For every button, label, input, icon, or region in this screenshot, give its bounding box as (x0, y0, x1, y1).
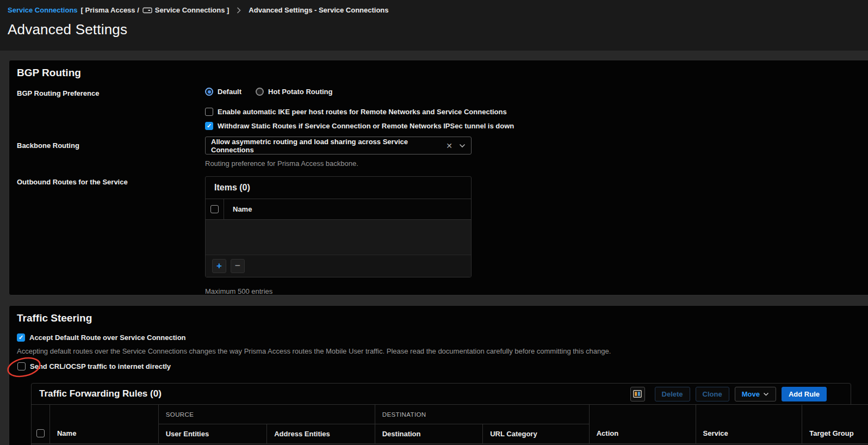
remove-item-button[interactable]: − (231, 259, 245, 273)
items-table: Items (0) Name + − (205, 176, 472, 277)
chevron-down-icon[interactable] (459, 144, 466, 148)
column-header-address-entities: Address Entities (266, 424, 375, 443)
page-header: Service Connections [ Prisma Access / Se… (0, 0, 868, 51)
add-item-button[interactable]: + (212, 259, 226, 273)
service-connection-icon (142, 7, 152, 14)
breadcrumb-chevron-icon (237, 7, 241, 14)
column-header-destination: Destination (375, 424, 483, 443)
page-title: Advanced Settings (8, 21, 868, 38)
rules-table: Name SOURCE User Entities Address Entiti… (31, 404, 868, 445)
source-group-header: SOURCE (159, 405, 375, 424)
crl-ocsp-row[interactable]: Send CRL/OCSP traffic to internet direct… (17, 362, 868, 370)
clone-button[interactable]: Clone (696, 387, 729, 401)
delete-button[interactable]: Delete (655, 387, 690, 401)
outbound-routes-row: Outbound Routes for the Service Items (0… (17, 176, 868, 295)
column-header-action: Action (589, 405, 696, 443)
items-name-column-header: Name (224, 199, 252, 219)
source-subcolumns: User Entities Address Entities (159, 424, 375, 443)
outbound-routes-control: Items (0) Name + − Maximum 500 entries (205, 176, 472, 295)
backbone-routing-select[interactable]: Allow asymmetric routing and load sharin… (205, 137, 472, 154)
clear-icon[interactable]: ✕ (446, 141, 452, 150)
rules-panel-title: Traffic Forwarding Rules (0) (39, 388, 630, 399)
items-table-header-row: Name (206, 199, 471, 220)
breadcrumb-link-service-connections[interactable]: Service Connections (8, 6, 78, 14)
bgp-preference-radio-group: Default Hot Potato Routing (205, 88, 332, 96)
column-header-service: Service (696, 405, 802, 443)
breadcrumb-context-prefix: [ Prisma Access / (81, 6, 139, 14)
backbone-routing-selected-value: Allow asymmetric routing and load sharin… (211, 138, 446, 154)
column-header-user-entities: User Entities (159, 424, 267, 443)
radio-option-hot-potato[interactable]: Hot Potato Routing (256, 88, 332, 96)
withdraw-routes-checkbox-row[interactable]: ✓ Withdraw Static Routes if Service Conn… (205, 122, 868, 130)
column-group-source: SOURCE User Entities Address Entities (158, 405, 375, 443)
crl-ocsp-checkbox[interactable] (17, 362, 26, 370)
destination-group-header: DESTINATION (375, 405, 589, 424)
columns-icon (633, 390, 642, 398)
accept-default-route-help: Accepting default routes over the Servic… (17, 347, 868, 355)
radio-hot-potato-label: Hot Potato Routing (268, 88, 332, 96)
rules-select-all-cell (32, 405, 49, 443)
withdraw-routes-checkbox-label: Withdraw Static Routes if Service Connec… (218, 122, 514, 130)
items-table-empty-body (206, 220, 471, 255)
items-table-footer: + − (206, 255, 471, 277)
radio-default-control[interactable] (205, 88, 213, 96)
traffic-forwarding-rules-panel: Traffic Forwarding Rules (0) Delete Clon… (31, 383, 868, 445)
radio-hot-potato-control[interactable] (256, 88, 264, 96)
backbone-routing-label: Backbone Routing (17, 137, 205, 150)
column-header-name: Name (49, 405, 158, 443)
bgp-preference-label: BGP Routing Preference (17, 88, 205, 97)
ike-peer-checkbox-row[interactable]: Enable automatic IKE peer host routes fo… (205, 108, 868, 116)
move-button[interactable]: Move (735, 387, 776, 401)
items-select-all-cell (206, 199, 224, 219)
backbone-routing-help: Routing preference for Prisma Access bac… (205, 159, 472, 168)
backbone-routing-row: Backbone Routing Allow asymmetric routin… (17, 137, 868, 168)
bgp-preference-row: BGP Routing Preference Default Hot Potat… (17, 79, 868, 97)
accept-default-route-checkbox[interactable]: ✓ (17, 333, 25, 342)
column-header-url-category: URL Category (482, 424, 589, 443)
move-button-label: Move (742, 390, 760, 398)
bgp-routing-title: BGP Routing (17, 67, 868, 79)
ike-peer-checkbox-label: Enable automatic IKE peer host routes fo… (218, 108, 507, 116)
accept-default-route-label: Accept Default Route over Service Connec… (29, 333, 186, 342)
add-rule-button[interactable]: Add Rule (782, 387, 827, 401)
outbound-routes-label: Outbound Routes for the Service (17, 176, 205, 186)
rules-table-header: Name SOURCE User Entities Address Entiti… (32, 405, 868, 444)
accept-default-route-row[interactable]: ✓ Accept Default Route over Service Conn… (17, 333, 868, 342)
traffic-steering-title: Traffic Steering (17, 312, 868, 324)
rules-toolbar: Traffic Forwarding Rules (0) Delete Clon… (31, 383, 851, 405)
bgp-routing-card: BGP Routing BGP Routing Preference Defau… (9, 60, 868, 295)
column-group-destination: DESTINATION Destination URL Category (375, 405, 589, 443)
crl-ocsp-label: Send CRL/OCSP traffic to internet direct… (30, 362, 171, 370)
rules-select-all-checkbox[interactable] (36, 429, 45, 437)
breadcrumb: Service Connections [ Prisma Access / Se… (8, 6, 868, 14)
radio-default-label: Default (218, 88, 241, 96)
main-content: BGP Routing BGP Routing Preference Defau… (0, 51, 868, 445)
rules-toolbar-buttons: Delete Clone Move Add Rule (630, 387, 827, 401)
chevron-down-icon (763, 392, 769, 396)
breadcrumb-context: [ Prisma Access / Service Connections ] (81, 6, 230, 14)
breadcrumb-current: Advanced Settings - Service Connections (249, 6, 388, 14)
items-table-title: Items (0) (206, 177, 471, 199)
items-max-note: Maximum 500 entries (205, 287, 472, 295)
destination-subcolumns: Destination URL Category (375, 424, 589, 443)
breadcrumb-context-suffix: Service Connections ] (155, 6, 230, 14)
traffic-steering-card: Traffic Steering ✓ Accept Default Route … (9, 305, 868, 445)
manage-columns-button[interactable] (630, 387, 645, 401)
backbone-routing-control: Allow asymmetric routing and load sharin… (205, 137, 472, 168)
items-select-all-checkbox[interactable] (210, 205, 219, 213)
column-header-target-group: Target Group (802, 405, 868, 443)
ike-peer-checkbox[interactable] (205, 108, 213, 116)
withdraw-routes-checkbox[interactable]: ✓ (205, 122, 213, 130)
radio-option-default[interactable]: Default (205, 88, 241, 96)
